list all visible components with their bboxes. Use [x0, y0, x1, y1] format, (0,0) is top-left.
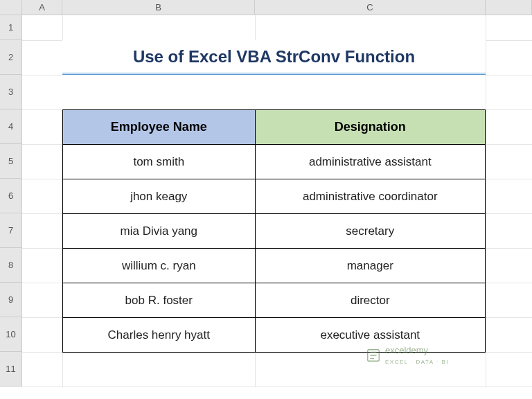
spacer-row	[62, 75, 486, 109]
table-header-row: Employee Name Designation	[63, 110, 486, 145]
row-header-5[interactable]: 5	[0, 144, 21, 179]
row-header-column: 1 2 3 4 5 6 7 8 9 10 11	[0, 15, 22, 387]
data-table: Employee Name Designation tom smith admi…	[62, 109, 486, 353]
watermark: exceldemy EXCEL · DATA · BI	[366, 345, 449, 366]
table-row: willium c. ryan manager	[63, 249, 486, 283]
row-header-1[interactable]: 1	[0, 15, 21, 40]
row-header-8[interactable]: 8	[0, 248, 21, 283]
row-header-3[interactable]: 3	[0, 75, 21, 109]
table-row: bob R. foster director	[63, 283, 486, 318]
table-row: jhon keagy administrative coordinator	[63, 179, 486, 214]
row-header-10[interactable]: 10	[0, 317, 21, 352]
column-header-B[interactable]: B	[62, 0, 255, 15]
row-header-9[interactable]: 9	[0, 283, 21, 317]
cell-desig[interactable]: secretary	[255, 214, 485, 249]
watermark-text: exceldemy EXCEL · DATA · BI	[385, 345, 449, 366]
row-header-4[interactable]: 4	[0, 109, 21, 144]
row-header-7[interactable]: 7	[0, 213, 21, 248]
column-header-A[interactable]: A	[22, 0, 62, 15]
row-header-6[interactable]: 6	[0, 179, 21, 213]
table-row: tom smith administrative assistant	[63, 145, 486, 179]
cell-desig[interactable]: director	[255, 283, 485, 318]
content-area: Use of Excel VBA StrConv Function Employ…	[62, 40, 486, 353]
cell-desig[interactable]: manager	[255, 249, 485, 283]
cell-desig[interactable]: administrative assistant	[255, 145, 485, 179]
cell-name[interactable]: mia Divia yang	[63, 214, 256, 249]
watermark-tagline: EXCEL · DATA · BI	[385, 359, 449, 365]
select-all-corner[interactable]	[0, 0, 22, 15]
header-employee-name[interactable]: Employee Name	[63, 110, 256, 145]
cell-name[interactable]: jhon keagy	[63, 179, 256, 214]
row-header-11[interactable]: 11	[0, 352, 21, 387]
cell-name[interactable]: tom smith	[63, 145, 256, 179]
spreadsheet: A B C 1 2 3 4 5 6 7 8 9 10 11	[0, 0, 532, 387]
cell-name[interactable]: willium c. ryan	[63, 249, 256, 283]
column-header-C[interactable]: C	[255, 0, 486, 15]
table-row: mia Divia yang secretary	[63, 214, 486, 249]
watermark-brand: exceldemy	[385, 345, 428, 355]
cell-name[interactable]: bob R. foster	[63, 283, 256, 318]
column-header-row: A B C	[0, 0, 532, 15]
cell-desig[interactable]: administrative coordinator	[255, 179, 485, 214]
column-header-blank	[486, 0, 532, 15]
header-designation[interactable]: Designation	[255, 110, 485, 145]
row-header-2[interactable]: 2	[0, 40, 21, 75]
page-title: Use of Excel VBA StrConv Function	[62, 40, 486, 75]
watermark-logo-icon	[366, 348, 381, 363]
cell-grid[interactable]: Use of Excel VBA StrConv Function Employ…	[22, 15, 532, 387]
cell-name[interactable]: Charles henry hyatt	[63, 318, 256, 353]
